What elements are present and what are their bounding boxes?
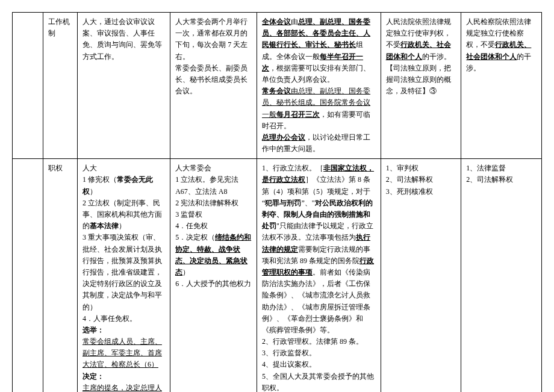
cell-state-council: 1、行政立法权。［非国家立法权，是行政立法权］《立法法》第 8 条第（4）项和第…	[257, 159, 381, 392]
row-label: 职权	[43, 159, 78, 392]
cell-state-council: 全体会议由总理、副总理、国务委员、各部部长、各委员会主任、人民银行行长、审计长、…	[257, 13, 381, 159]
cell-court: 人民法院依照法律规定独立行使审判权，不受行政机关、社会团体和个人的干涉。【司法独…	[381, 13, 461, 159]
table-row: 工作机制人大，通过会议审议议案、审议报告、人事任免、质询与询问、罢免等方式工作。…	[13, 13, 542, 159]
cell-procuratorate: 1、法律监督2、司法解释权	[461, 159, 542, 392]
cell-npcsc: 人大常委会两个月举行一次，通常都在双月的下旬，每次会期 7 天左右。常委会委员长…	[170, 13, 257, 159]
cell-npc: 人大，通过会议审议议案、审议报告、人事任免、质询与询问、罢免等方式工作。	[77, 13, 170, 159]
cell-npcsc: 人大常委会1 立法权。参见宪法 A67、立法法 A82 宪法和法律解释权3 监督…	[170, 159, 257, 392]
cell-npc: 人大1 修宪权（常委会无此权）2 立法权（制定刑事、民事、国家机构和其他方面的基…	[77, 159, 170, 392]
comparison-table: 工作机制人大，通过会议审议议案、审议报告、人事任免、质询与询问、罢免等方式工作。…	[12, 12, 542, 392]
row-spacer	[13, 159, 43, 392]
cell-procuratorate: 人民检察院依照法律规定独立行使检察权，不受行政机关、社会团体和个人的干涉。	[461, 13, 542, 159]
row-label: 工作机制	[43, 13, 78, 159]
table-row: 职权人大1 修宪权（常委会无此权）2 立法权（制定刑事、民事、国家机构和其他方面…	[13, 159, 542, 392]
row-spacer	[13, 13, 43, 159]
cell-court: 1、审判权2、司法解释权3、死刑核准权	[381, 159, 461, 392]
